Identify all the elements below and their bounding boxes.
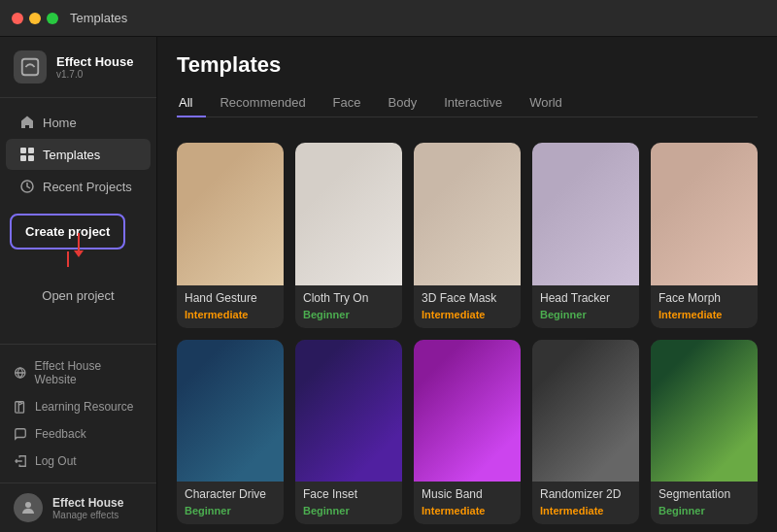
logo-icon	[14, 50, 47, 83]
template-name: 3D Face Mask	[422, 291, 513, 305]
template-thumbnail	[295, 143, 402, 285]
template-name: Face Inset	[303, 487, 394, 501]
template-info: Segmentation Beginner	[651, 482, 758, 524]
create-project-button[interactable]: Create project	[10, 214, 125, 249]
book-icon	[14, 400, 27, 414]
sidebar-item-home-label: Home	[43, 116, 77, 130]
svg-point-7	[25, 502, 31, 508]
template-thumbnail	[414, 340, 521, 482]
create-project-container: Create project	[0, 208, 156, 255]
template-thumbnail	[532, 340, 639, 482]
template-name: Cloth Try On	[303, 291, 394, 305]
maximize-button[interactable]	[47, 13, 58, 24]
template-level: Intermediate	[540, 505, 631, 516]
templates-icon	[19, 147, 35, 162]
templates-grid: Hand Gesture Intermediate Cloth Try On B…	[157, 133, 777, 532]
template-name: Character Drive	[185, 487, 276, 501]
user-info: Effect House Manage effects	[52, 496, 123, 520]
template-card[interactable]: Randomizer 2D Intermediate	[532, 340, 639, 525]
template-info: Head Tracker Beginner	[532, 285, 639, 328]
template-card[interactable]: 3D Face Mask Intermediate	[414, 143, 521, 328]
app-body: Effect House v1.7.0 Home Templat	[0, 37, 777, 532]
template-level: Intermediate	[185, 309, 276, 320]
template-name: Segmentation	[659, 487, 750, 501]
template-card[interactable]: Head Tracker Beginner	[532, 143, 639, 328]
sidebar-item-learning[interactable]: Learning Resource	[0, 393, 156, 420]
template-level: Beginner	[185, 505, 276, 516]
template-info: 3D Face Mask Intermediate	[414, 285, 521, 328]
template-thumbnail	[414, 143, 521, 285]
sidebar-item-feedback[interactable]: Feedback	[0, 420, 156, 448]
page-title: Templates	[177, 52, 758, 78]
template-card[interactable]: Hand Gesture Intermediate	[177, 143, 284, 328]
svg-rect-2	[28, 148, 34, 153]
sidebar-item-recent-label: Recent Projects	[43, 180, 132, 194]
main-content: Templates All Recommended Face Body Inte…	[157, 37, 777, 532]
user-sub: Manage effects	[52, 510, 123, 520]
avatar	[14, 493, 43, 522]
template-info: Character Drive Beginner	[177, 482, 284, 524]
filter-tab-body[interactable]: Body	[375, 89, 431, 117]
template-thumbnail	[651, 143, 758, 285]
sidebar-logo: Effect House v1.7.0	[0, 37, 156, 98]
template-card[interactable]: Cloth Try On Beginner	[295, 143, 402, 328]
template-name: Music Band	[422, 487, 513, 501]
red-arrow	[74, 233, 84, 257]
template-card[interactable]: Music Band Intermediate	[414, 340, 521, 525]
template-info: Music Band Intermediate	[414, 482, 521, 524]
sidebar-item-templates-label: Templates	[43, 148, 100, 162]
main-header: Templates All Recommended Face Body Inte…	[157, 37, 777, 117]
sidebar-item-recent-projects[interactable]: Recent Projects	[6, 171, 151, 202]
template-card[interactable]: Face Morph Intermediate	[651, 143, 758, 328]
sidebar-item-home[interactable]: Home	[6, 107, 151, 138]
template-name: Randomizer 2D	[540, 487, 631, 501]
filter-tab-recommended[interactable]: Recommended	[206, 89, 319, 117]
template-level: Beginner	[659, 505, 750, 516]
template-thumbnail	[651, 340, 758, 482]
template-name: Head Tracker	[540, 291, 631, 305]
logo-text: Effect House v1.7.0	[56, 54, 133, 81]
sidebar-item-logout[interactable]: Log Out	[0, 448, 156, 475]
template-thumbnail	[177, 340, 284, 482]
logo-version: v1.7.0	[56, 69, 133, 80]
template-info: Cloth Try On Beginner	[295, 285, 402, 328]
sidebar-item-website[interactable]: Effect House Website	[0, 352, 156, 393]
template-card[interactable]: Character Drive Beginner	[177, 340, 284, 525]
template-thumbnail	[295, 340, 402, 482]
globe-icon	[14, 366, 27, 380]
minimize-button[interactable]	[29, 13, 41, 24]
template-level: Intermediate	[422, 309, 513, 320]
template-name: Face Morph	[659, 291, 750, 305]
svg-rect-1	[20, 148, 26, 153]
template-info: Face Inset Beginner	[295, 482, 402, 524]
website-label: Effect House Website	[35, 359, 143, 386]
sidebar-item-templates[interactable]: Templates	[6, 139, 151, 170]
filter-tab-interactive[interactable]: Interactive	[430, 89, 516, 117]
filter-tab-world[interactable]: World	[516, 89, 576, 117]
template-info: Randomizer 2D Intermediate	[532, 482, 639, 524]
template-card[interactable]: Segmentation Beginner	[651, 340, 758, 525]
recent-icon	[19, 179, 35, 194]
feedback-icon	[14, 427, 27, 441]
logo-name: Effect House	[56, 54, 133, 70]
feedback-label: Feedback	[35, 427, 86, 441]
template-card[interactable]: Face Inset Beginner	[295, 340, 402, 525]
sidebar-bottom: Effect House Website Learning Resource F…	[0, 344, 156, 482]
close-button[interactable]	[12, 13, 23, 24]
home-icon	[19, 115, 35, 130]
filter-tabs: All Recommended Face Body Interactive Wo…	[177, 89, 758, 117]
titlebar-title: Templates	[70, 11, 127, 25]
sidebar: Effect House v1.7.0 Home Templat	[0, 37, 157, 532]
template-thumbnail	[177, 143, 284, 285]
template-level: Beginner	[303, 309, 394, 320]
filter-tab-face[interactable]: Face	[320, 89, 375, 117]
svg-rect-3	[20, 155, 26, 161]
learning-label: Learning Resource	[35, 400, 133, 414]
template-name: Hand Gesture	[185, 291, 276, 305]
template-level: Beginner	[303, 505, 394, 516]
template-thumbnail	[532, 143, 639, 285]
svg-rect-4	[28, 155, 34, 161]
filter-tab-all[interactable]: All	[177, 89, 206, 117]
open-project-link[interactable]: Open project	[0, 279, 156, 309]
sidebar-user[interactable]: Effect House Manage effects	[0, 482, 156, 532]
